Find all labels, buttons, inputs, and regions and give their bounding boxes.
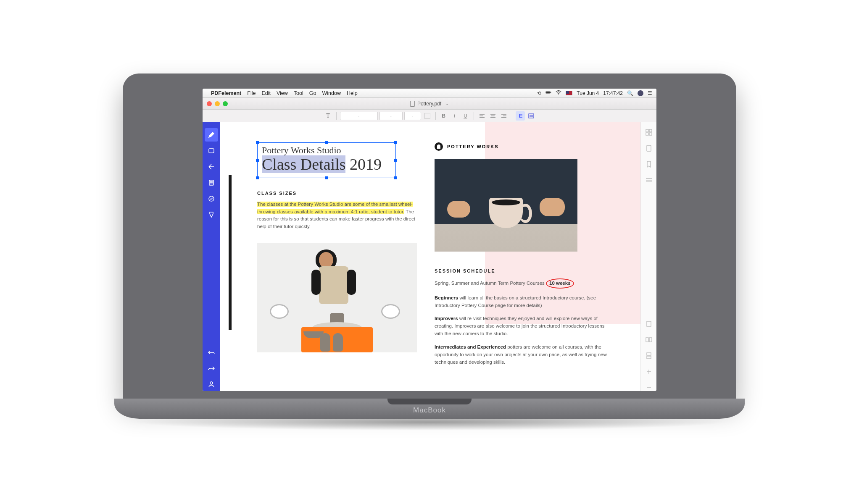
svg-rect-14 xyxy=(647,145,651,151)
close-button[interactable] xyxy=(207,101,212,106)
underline-button[interactable]: U xyxy=(461,111,470,121)
redo-button[interactable] xyxy=(205,362,218,375)
two-page-button[interactable] xyxy=(646,336,652,343)
section-head-class-sizes: CLASS SIZES xyxy=(257,191,419,196)
font-color-button[interactable] xyxy=(423,111,432,121)
format-toolbar: T - - - B I U xyxy=(203,110,656,122)
svg-rect-6 xyxy=(209,149,214,153)
minimize-button[interactable] xyxy=(215,101,220,106)
battery-icon[interactable] xyxy=(545,89,551,97)
align-left-button[interactable] xyxy=(477,111,487,121)
bold-button[interactable]: B xyxy=(439,111,448,121)
text-selection-box[interactable]: Pottery Works Studio Class Details 2019 xyxy=(257,142,396,178)
logo-text: POTTERY WORKS xyxy=(447,144,499,149)
svg-rect-15 xyxy=(647,321,651,326)
window-titlebar: Pottery.pdf ⌄ xyxy=(203,98,656,110)
undo-button[interactable] xyxy=(205,346,218,359)
intermediates-paragraph: Intermediates and Experienced potters ar… xyxy=(435,344,611,366)
laptop-base: MacBook xyxy=(114,399,745,419)
text-tool-button[interactable]: T xyxy=(324,111,333,121)
menu-view[interactable]: View xyxy=(277,90,288,96)
line-mode-button[interactable] xyxy=(527,111,536,121)
svg-rect-1 xyxy=(546,92,550,93)
menu-window[interactable]: Window xyxy=(322,90,340,96)
svg-rect-12 xyxy=(646,133,648,135)
siri-icon[interactable] xyxy=(638,90,643,96)
document-icon xyxy=(410,101,415,107)
left-sidebar xyxy=(203,122,220,391)
align-right-button[interactable] xyxy=(499,111,509,121)
align-center-button[interactable] xyxy=(488,111,498,121)
section-head-session-schedule: SESSION SCHEDULE xyxy=(435,268,611,273)
photo-potter-at-wheel xyxy=(257,243,417,352)
wifi-icon[interactable] xyxy=(556,89,561,97)
zoom-button[interactable] xyxy=(223,101,228,106)
doc-title[interactable]: Class Details 2019 xyxy=(262,156,390,173)
convert-tool-button[interactable] xyxy=(205,160,218,173)
svg-rect-19 xyxy=(647,356,651,359)
logo-icon xyxy=(435,142,443,151)
duration-circled: 10 weeks xyxy=(546,278,574,289)
brand-logo: POTTERY WORKS xyxy=(435,142,611,151)
beginners-paragraph: Beginners will learn all the basics on a… xyxy=(435,294,611,310)
protect-tool-button[interactable] xyxy=(205,208,218,221)
zoom-in-button[interactable] xyxy=(646,368,652,375)
right-sidebar xyxy=(640,122,656,391)
class-sizes-paragraph: The classes at the Pottery Works Studio … xyxy=(257,201,419,231)
annotations-panel-button[interactable] xyxy=(646,177,652,184)
svg-rect-4 xyxy=(519,114,520,118)
macos-menubar: PDFelement File Edit View Tool Go Window… xyxy=(203,89,656,98)
menu-help[interactable]: Help xyxy=(347,90,358,96)
svg-rect-11 xyxy=(649,129,652,132)
photo-hands-holding-mug xyxy=(435,159,577,252)
title-chevron-icon[interactable]: ⌄ xyxy=(445,101,449,106)
input-source-flag-icon[interactable] xyxy=(566,91,572,95)
menubar-date[interactable]: Tue Jun 4 xyxy=(577,90,599,96)
schedule-intro: Spring, Summer and Autumn Term Pottery C… xyxy=(435,278,611,289)
single-page-button[interactable] xyxy=(646,320,652,327)
pdf-page: Pottery Works Studio Class Details 2019 … xyxy=(220,122,640,391)
font-family-select[interactable]: - xyxy=(340,112,378,120)
improvers-paragraph: Improvers will re-visit techniques they … xyxy=(435,315,611,337)
page-tool-button[interactable] xyxy=(205,176,218,189)
laptop-brand-label: MacBook xyxy=(114,406,745,415)
svg-point-9 xyxy=(210,382,213,384)
account-button[interactable] xyxy=(205,378,218,391)
app-name[interactable]: PDFelement xyxy=(211,90,241,96)
form-tool-button[interactable] xyxy=(205,192,218,205)
thumbnails-panel-button[interactable] xyxy=(646,129,652,136)
menubar-time[interactable]: 17:47:42 xyxy=(603,90,623,96)
menu-edit[interactable]: Edit xyxy=(261,90,271,96)
document-canvas[interactable]: Pottery Works Studio Class Details 2019 … xyxy=(220,122,640,391)
spotlight-icon[interactable]: 🔍 xyxy=(627,90,633,96)
paragraph-mode-button[interactable] xyxy=(516,111,525,121)
menu-file[interactable]: File xyxy=(247,90,256,96)
doc-subtitle[interactable]: Pottery Works Studio xyxy=(262,145,390,156)
svg-rect-13 xyxy=(649,133,652,135)
svg-rect-16 xyxy=(646,338,648,342)
menu-go[interactable]: Go xyxy=(309,90,316,96)
annotate-tool-button[interactable] xyxy=(205,144,218,158)
svg-rect-17 xyxy=(649,338,652,342)
svg-rect-18 xyxy=(647,353,651,355)
menu-tool[interactable]: Tool xyxy=(294,90,303,96)
continuous-scroll-button[interactable] xyxy=(646,352,652,359)
outline-panel-button[interactable] xyxy=(646,145,652,152)
italic-button[interactable]: I xyxy=(450,111,459,121)
bookmarks-panel-button[interactable] xyxy=(646,161,652,168)
document-title: Pottery.pdf xyxy=(417,101,441,107)
font-size-select[interactable]: - xyxy=(404,112,421,120)
sync-icon[interactable]: ⟲ xyxy=(537,90,541,96)
notification-center-icon[interactable]: ☰ xyxy=(648,90,652,96)
zoom-out-button[interactable] xyxy=(646,384,652,391)
font-style-select[interactable]: - xyxy=(379,112,403,120)
edit-tool-button[interactable] xyxy=(205,128,218,142)
svg-rect-2 xyxy=(551,92,551,93)
svg-point-3 xyxy=(558,94,559,94)
svg-rect-10 xyxy=(646,129,648,132)
